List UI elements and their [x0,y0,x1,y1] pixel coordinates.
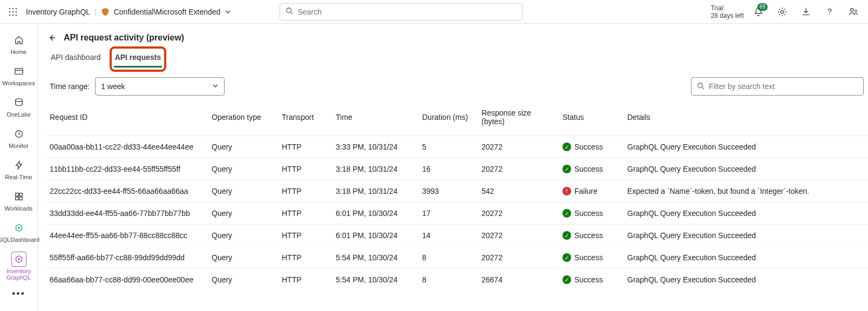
rail-label: Real-Time [5,174,32,180]
rail-label: Workspaces [2,80,35,86]
col-details[interactable]: Details [623,103,868,136]
status-text: Success [574,253,603,262]
rail-label: Monitor [9,143,29,149]
svg-point-4 [12,11,13,12]
check-icon: ✓ [562,231,571,240]
cell-time: 6:01 PM, 10/30/24 [331,202,418,225]
col-status[interactable]: Status [558,103,623,136]
cell-status: ✓Success [558,202,623,225]
rail-onelake[interactable]: OneLake [3,92,35,121]
rail-workloads[interactable]: Workloads [3,186,35,215]
cell-status: !Failure [558,180,623,202]
check-icon: ✓ [562,209,571,218]
chevron-down-icon [212,82,219,91]
main-content: API request activity (preview) API dashb… [38,24,868,311]
notification-badge: 69 [757,3,768,11]
svg-point-12 [851,8,853,11]
cell-status: ✓Success [558,247,623,269]
col-transport[interactable]: Transport [277,103,331,136]
app-launcher-icon[interactable] [5,4,21,19]
svg-point-11 [781,10,783,13]
cell-transport: HTTP [277,202,331,225]
table-row[interactable]: 00aa00aa-bb11-cc22-dd33-44ee44ee44eeQuer… [45,136,868,158]
status-text: Success [574,231,603,240]
sensitivity-label[interactable]: Confidential\Microsoft Extended [114,8,221,16]
workspaces-icon [11,64,26,79]
svg-line-25 [702,87,704,89]
cell-time: 5:54 PM, 10/30/24 [331,269,418,291]
graphql-icon [11,252,26,267]
col-request-id[interactable]: Request ID [45,103,207,136]
top-header: Inventory GraphQL | Confidential\Microso… [0,0,868,24]
table-row[interactable]: 66aa66aa-bb77-cc88-dd99-00ee00ee00eeQuer… [45,269,868,291]
breadcrumb-item[interactable]: Inventory GraphQL [26,8,90,16]
col-response-size[interactable]: Response size (bytes) [477,103,558,136]
page-header: API request activity (preview) [45,31,868,44]
rail-home[interactable]: Home [3,29,35,58]
workloads-icon [11,189,26,204]
chevron-down-icon[interactable] [225,9,231,15]
cell-response-size: 20272 [477,158,558,180]
download-button[interactable] [797,3,815,21]
check-icon: ✓ [562,253,571,262]
svg-point-7 [12,14,13,15]
account-button[interactable] [844,3,863,21]
rail-monitor[interactable]: Monitor [3,123,35,152]
cell-request-id: 22cc22cc-dd33-ee44-ff55-66aa66aa66aa [45,180,207,202]
cell-duration: 8 [418,269,477,291]
table-row[interactable]: 11bb11bb-cc22-dd33-ee44-55ff55ff55ffQuer… [45,158,868,180]
svg-rect-21 [19,197,22,200]
col-duration[interactable]: Duration (ms) [418,103,477,136]
requests-table: Request ID Operation type Transport Time… [45,103,868,290]
table-row[interactable]: 55ff55ff-aa66-bb77-cc88-99dd99dd99ddQuer… [45,247,868,269]
col-operation-type[interactable]: Operation type [207,103,277,136]
rail-gqldashboard[interactable]: GQLDashboard [3,217,35,246]
cell-status: ✓Success [558,158,623,180]
cell-duration: 3993 [418,180,477,202]
filter-box[interactable] [691,77,864,96]
svg-line-10 [291,12,293,15]
rail-label: OneLake [6,111,31,118]
table-row[interactable]: 33dd33dd-ee44-ff55-aa66-77bb77bb77bbQuer… [45,202,868,225]
svg-point-5 [16,11,17,12]
rail-label: Workloads [5,205,33,212]
help-button[interactable] [820,3,839,21]
svg-rect-18 [15,193,18,196]
status-text: Success [574,165,603,173]
svg-point-0 [9,8,10,9]
svg-point-3 [9,11,10,12]
rail-inventory-graphql[interactable]: Inventory GraphQL [3,248,35,284]
time-range-select[interactable]: 1 week [95,77,225,96]
check-icon: ✓ [562,275,571,284]
rail-more-button[interactable]: ••• [12,288,25,300]
global-search[interactable] [280,3,523,21]
tab-api-dashboard[interactable]: API dashboard [50,51,102,67]
search-input[interactable] [297,8,517,16]
filter-input[interactable] [709,82,858,91]
rail-realtime[interactable]: Real-Time [3,154,35,184]
table-row[interactable]: 22cc22cc-dd33-ee44-ff55-66aa66aa66aaQuer… [45,180,868,202]
tab-api-requests[interactable]: API requests [114,51,162,67]
cell-response-size: 542 [477,180,558,202]
rail-label: GQLDashboard [0,236,39,243]
table-row[interactable]: 44ee44ee-ff55-aa66-bb77-88cc88cc88ccQuer… [45,225,868,247]
trial-days: 28 days left [711,12,744,19]
cell-request-id: 33dd33dd-ee44-ff55-aa66-77bb77bb77bb [45,202,207,225]
rail-workspaces[interactable]: Workspaces [3,60,35,90]
time-range-label: Time range: [50,82,90,91]
cell-request-id: 55ff55ff-aa66-bb77-cc88-99dd99dd99dd [45,247,207,269]
cell-duration: 8 [418,247,477,269]
svg-point-16 [15,99,22,102]
cell-details: GraphQL Query Execution Succeeded [623,247,868,269]
col-time[interactable]: Time [331,103,418,136]
status-text: Success [574,143,603,151]
settings-button[interactable] [773,3,791,21]
back-button[interactable] [45,31,58,44]
cell-time: 3:18 PM, 10/31/24 [331,158,418,180]
search-wrap [280,3,523,21]
cell-operation-type: Query [207,202,277,225]
cell-request-id: 00aa00aa-bb11-cc22-dd33-44ee44ee44ee [45,136,207,158]
trial-info: Trial: 28 days left [711,4,744,19]
svg-point-23 [18,258,20,260]
notifications-button[interactable]: 69 [749,3,768,21]
